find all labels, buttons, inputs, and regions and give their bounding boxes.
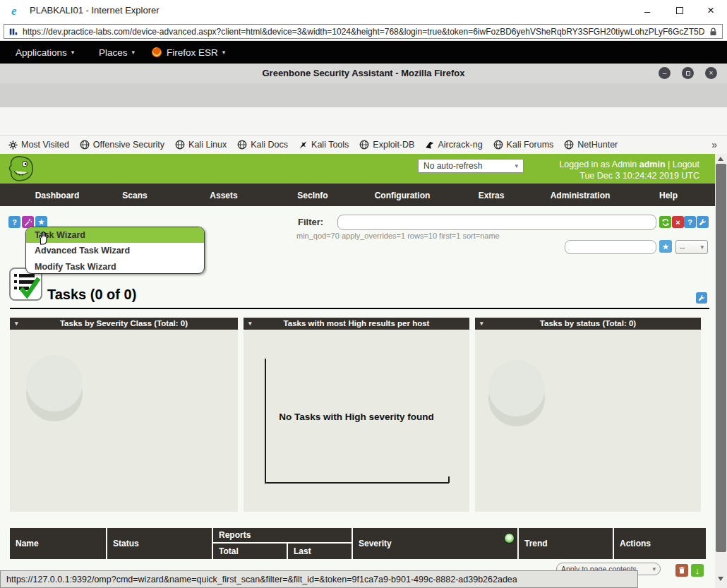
bookmarks-toolbar: Most Visited Offensive Security Kali Lin… xyxy=(0,136,727,154)
wizard-dropdown-menu: Task Wizard Advanced Task Wizard Modify … xyxy=(25,227,205,274)
menu-secinfo[interactable]: SecInfo xyxy=(297,191,328,200)
bookmark-nethunter[interactable]: NetHunter xyxy=(564,140,618,150)
menu-administration[interactable]: Administration xyxy=(551,191,611,200)
applications-menu[interactable]: Applications▾ xyxy=(13,41,77,64)
chevron-down-icon[interactable]: ▾ xyxy=(248,318,252,330)
scrollbar-thumb[interactable] xyxy=(716,164,726,552)
ie-maximize-button[interactable] xyxy=(668,3,692,18)
menu-item-advanced-task-wizard[interactable]: Advanced Task Wizard xyxy=(26,243,204,258)
ie-url-field[interactable]: https://dev.practice-labs.com/device-adv… xyxy=(4,24,723,39)
auto-refresh-select[interactable]: No auto-refresh▾ xyxy=(418,159,524,173)
bookmark-label: Kali Docs xyxy=(251,140,288,150)
bookmarks-overflow-chevron[interactable]: » xyxy=(711,139,717,150)
axis-tick xyxy=(448,476,450,483)
bookmark-most-visited[interactable]: Most Visited xyxy=(8,140,69,150)
refresh-arrows-icon xyxy=(661,218,670,227)
places-menu[interactable]: Places▾ xyxy=(96,41,138,64)
panel-tasks-high-results: ▾Tasks with most High results per host N… xyxy=(244,318,469,512)
panel-header[interactable]: ▾Tasks by status (Total: 0) xyxy=(475,318,701,330)
logout-link[interactable]: Logout xyxy=(673,160,699,169)
column-header-status[interactable]: Status xyxy=(107,528,212,559)
globe-icon xyxy=(359,140,369,150)
ie-url-text[interactable]: https://dev.practice-labs.com/device-adv… xyxy=(23,27,704,37)
firefox-maximize-button[interactable] xyxy=(682,67,694,79)
chevron-down-icon: ▾ xyxy=(515,162,518,169)
bookmark-label: Most Visited xyxy=(21,140,69,150)
ie-logo-icon: e xyxy=(11,4,24,17)
save-filter-star-button[interactable]: ★ xyxy=(659,240,672,253)
wing-icon xyxy=(425,140,434,150)
scroll-up-arrow[interactable] xyxy=(718,157,723,161)
column-header-name[interactable]: Name xyxy=(10,528,106,559)
edit-filter-button[interactable] xyxy=(697,216,709,228)
panel-header[interactable]: ▾Tasks with most High results per host xyxy=(244,318,469,330)
chevron-down-icon: ▾ xyxy=(700,244,704,251)
bookmark-kali-forums[interactable]: Kali Forums xyxy=(493,140,554,150)
kali-top-panel: Applications▾ Places▾ Firefox ESR▾ Tue 0… xyxy=(0,41,727,64)
panel-tasks-by-severity: ▾Tasks by Severity Class (Total: 0) xyxy=(10,318,238,512)
severity-donut-chart xyxy=(10,330,238,512)
clear-filter-button[interactable]: × xyxy=(672,216,684,228)
firefox-esr-label: Firefox ESR xyxy=(167,47,218,58)
overrides-icon[interactable] xyxy=(504,533,515,544)
menu-extras[interactable]: Extras xyxy=(479,191,505,200)
panel-header[interactable]: ▾Tasks by Severity Class (Total: 0) xyxy=(10,318,238,330)
ie-close-button[interactable]: × xyxy=(699,3,723,18)
login-prefix: Logged in as xyxy=(559,160,610,169)
bookmark-kali-docs[interactable]: Kali Docs xyxy=(237,140,288,150)
ie-minimize-button[interactable]: – xyxy=(635,3,659,18)
menu-item-task-wizard[interactable]: Task Wizard xyxy=(26,227,204,243)
download-button[interactable]: ↓ xyxy=(691,564,704,577)
menu-scans[interactable]: Scans xyxy=(122,191,147,200)
menu-help[interactable]: Help xyxy=(659,191,678,200)
globe-icon xyxy=(237,140,247,150)
menu-configuration[interactable]: Configuration xyxy=(375,191,431,200)
wand-icon xyxy=(24,218,32,227)
chevron-down-icon: ▾ xyxy=(132,49,136,56)
bookmark-exploit-db[interactable]: Exploit-DB xyxy=(359,140,414,150)
trash-button[interactable] xyxy=(675,564,688,577)
chevron-down-icon[interactable]: ▾ xyxy=(480,318,483,330)
firefox-window-title: Greenbone Security Assistant - Mozilla F… xyxy=(0,68,727,78)
ie-titlebar: e PLABKALI01 - Internet Explorer – × xyxy=(0,0,727,21)
firefox-esr-menu[interactable]: Firefox ESR▾ xyxy=(148,41,228,64)
chevron-down-icon: ▾ xyxy=(652,565,656,572)
bookmark-label: Offensive Security xyxy=(93,140,164,150)
donut-top xyxy=(488,360,545,416)
bookmark-label: Kali Tools xyxy=(311,140,349,150)
globe-icon xyxy=(175,140,185,150)
firefox-minimize-button[interactable]: – xyxy=(659,67,671,79)
chevron-down-icon[interactable]: ▾ xyxy=(15,318,18,330)
column-header-last[interactable]: Last xyxy=(288,544,352,559)
column-header-severity[interactable]: Severity xyxy=(353,528,517,559)
login-username: admin xyxy=(639,160,666,169)
bookmark-aircrack-ng[interactable]: Aircrack-ng xyxy=(425,140,482,150)
menu-assets[interactable]: Assets xyxy=(210,191,237,200)
filter-name-input[interactable] xyxy=(565,240,656,254)
edit-dashboard-button[interactable] xyxy=(696,292,707,304)
filter-help-button[interactable]: ? xyxy=(684,216,696,228)
column-header-reports[interactable]: Reports xyxy=(213,528,352,542)
bookmark-kali-tools[interactable]: Kali Tools xyxy=(299,140,349,150)
chevron-down-icon: ▾ xyxy=(222,49,226,56)
menu-item-modify-task-wizard[interactable]: Modify Task Wizard xyxy=(26,259,204,274)
panel-title: Tasks with most High results per host xyxy=(284,319,430,328)
bookmark-offensive-security[interactable]: Offensive Security xyxy=(80,140,164,150)
refresh-filter-button[interactable] xyxy=(659,216,671,228)
column-header-actions[interactable]: Actions xyxy=(614,528,706,559)
applied-filter-text: min_qod=70 apply_overrides=1 rows=10 fir… xyxy=(296,232,500,240)
menu-dashboard[interactable]: Dashboard xyxy=(35,191,80,200)
bookmark-kali-linux[interactable]: Kali Linux xyxy=(175,140,227,150)
filter-preset-select[interactable]: --▾ xyxy=(675,240,708,254)
login-status: Logged in as Admin admin | Logout xyxy=(559,160,699,169)
column-header-total[interactable]: Total xyxy=(213,544,287,559)
scroll-down-arrow[interactable] xyxy=(718,577,723,581)
column-header-trend[interactable]: Trend xyxy=(519,528,613,559)
firefox-icon xyxy=(151,47,162,58)
filter-input[interactable] xyxy=(337,215,656,230)
check-icon xyxy=(17,275,42,300)
help-icon-button[interactable]: ? xyxy=(8,216,20,228)
login-separator: | xyxy=(668,160,670,169)
firefox-close-button[interactable]: × xyxy=(705,67,717,79)
panel-title: Tasks by status (Total: 0) xyxy=(540,319,636,328)
